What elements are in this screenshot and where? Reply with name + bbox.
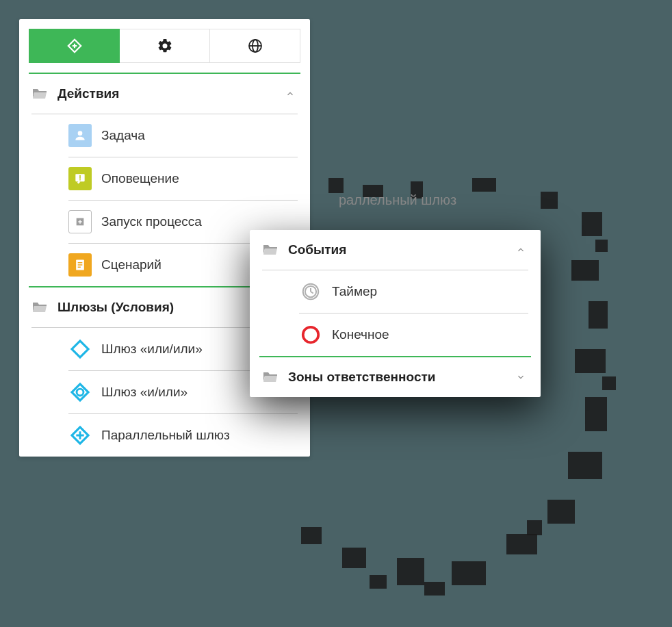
tab-globe[interactable]	[210, 29, 300, 63]
item-label: Таймер	[332, 284, 528, 299]
task-icon	[68, 124, 92, 147]
gateway-parallel-icon	[68, 424, 92, 447]
tab-bar	[19, 19, 310, 63]
svg-point-3	[78, 131, 83, 136]
end-event-icon	[299, 323, 322, 346]
gateway-or-icon	[68, 337, 92, 361]
svg-rect-6	[79, 179, 81, 181]
section-title: Зоны ответственности	[288, 370, 516, 385]
tab-settings[interactable]	[120, 29, 210, 63]
svg-point-11	[77, 389, 83, 396]
svg-rect-10	[72, 384, 88, 400]
notification-icon	[68, 167, 92, 190]
palette-item-gw-parallel[interactable]: Параллельный шлюз	[19, 414, 310, 457]
timer-icon	[299, 280, 322, 303]
section-header-actions[interactable]: Действия	[19, 74, 310, 114]
svg-rect-5	[79, 175, 81, 179]
section-title: Действия	[57, 86, 285, 101]
palette-item-task[interactable]: Задача	[19, 114, 310, 157]
folder-open-icon	[31, 87, 48, 101]
chevron-up-icon	[285, 89, 295, 99]
process-icon	[68, 210, 92, 233]
globe-icon	[247, 38, 263, 54]
diamond-plus-icon	[66, 37, 83, 55]
section-header-events[interactable]: События	[250, 230, 541, 270]
palette-item-timer[interactable]: Таймер	[250, 270, 541, 313]
svg-rect-9	[72, 341, 88, 357]
folder-open-icon	[262, 243, 279, 257]
item-label: Задача	[101, 128, 298, 143]
gateway-andor-icon	[68, 381, 92, 404]
palette-item-notify[interactable]: Оповещение	[19, 157, 310, 200]
folder-open-icon	[262, 370, 279, 384]
section-title: События	[288, 242, 516, 257]
palette-panel-secondary: События Таймер Конечное Зоны ответственн…	[250, 230, 541, 397]
item-label: Оповещение	[101, 171, 298, 186]
svg-point-15	[303, 327, 319, 343]
item-label: Параллельный шлюз	[101, 428, 298, 443]
section-header-zones[interactable]: Зоны ответственности	[250, 357, 541, 397]
folder-open-icon	[31, 300, 48, 314]
tab-add[interactable]	[29, 29, 120, 63]
script-icon	[68, 253, 92, 277]
chevron-up-icon	[516, 245, 526, 255]
palette-item-end[interactable]: Конечное	[250, 314, 541, 356]
item-label: Запуск процесса	[101, 214, 298, 229]
chevron-down-icon	[516, 372, 526, 382]
gear-icon	[157, 38, 173, 54]
item-label: Конечное	[332, 327, 528, 342]
ghost-label: раллельный шлюз	[339, 192, 456, 208]
